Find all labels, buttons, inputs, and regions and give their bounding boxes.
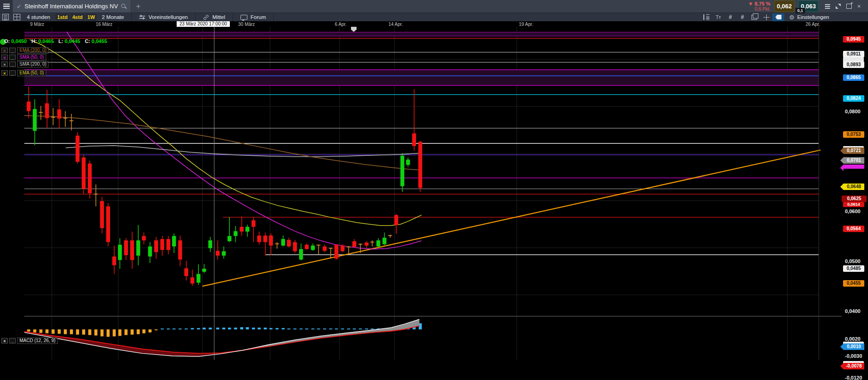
candle-body — [246, 227, 249, 232]
candle-body — [323, 246, 326, 251]
presets-button[interactable]: Voreinstellungen — [135, 14, 192, 20]
mittel-button[interactable]: Mittel — [198, 14, 229, 20]
chart-toolbar: 4 stunden 1std 4std 1W 2 Monate Voreinst… — [0, 12, 868, 21]
crosshair-tool-button[interactable] — [760, 13, 772, 21]
open-value: 0,0450 — [11, 38, 27, 44]
macd-histogram-bar — [148, 329, 152, 332]
indicator-minimize-button[interactable]: _ — [9, 61, 16, 67]
macd-histogram-bar — [252, 328, 255, 330]
macd-histogram-bar — [311, 329, 314, 330]
search-icon[interactable] — [121, 4, 127, 9]
candle-body — [178, 240, 182, 260]
high-label: H: — [31, 38, 37, 44]
average-icon — [203, 15, 209, 20]
instrument-tab[interactable]: ✓ Steinhoff International Holdings NV — [13, 0, 130, 12]
macd-histogram-bar — [154, 329, 158, 330]
popout-window-icon[interactable] — [846, 4, 852, 9]
scale-tool-button[interactable] — [700, 13, 712, 21]
indicator-minimize-button[interactable]: _ — [9, 48, 16, 53]
draw-grid-button[interactable]: # — [736, 13, 748, 21]
macd-histogram-bar — [353, 329, 356, 330]
settings-button[interactable]: ⚙ Einstellungen — [784, 14, 829, 21]
hamburger-menu-button[interactable] — [0, 0, 12, 12]
candle-body — [185, 268, 188, 276]
timeframe-4std-button[interactable]: 4std — [70, 13, 85, 21]
date-axis[interactable]: 9 März16 März30 März6 Apr.14 Apr.19 Apr.… — [0, 21, 868, 27]
range-button[interactable]: 2 Monate — [97, 14, 129, 20]
hamburger-icon — [3, 4, 10, 9]
macd-histogram-bar — [258, 328, 261, 330]
close-icon[interactable]: × — [857, 4, 861, 9]
change-percent: ▼ 8,75 % — [748, 1, 770, 6]
macd-histogram-bar — [216, 328, 219, 330]
macd-histogram-bar — [58, 329, 61, 333]
mittel-label: Mittel — [212, 14, 225, 20]
price-zone-band — [25, 70, 819, 86]
candle-body — [191, 277, 194, 283]
macd-histogram-bar — [142, 329, 146, 333]
timeframe-1std-button[interactable]: 1std — [55, 13, 70, 21]
candle-body — [299, 249, 303, 260]
indicator-close-button[interactable]: × — [1, 338, 8, 343]
indicator-minimize-button[interactable]: _ — [9, 55, 16, 60]
text-tool-button[interactable]: Tт — [712, 13, 724, 21]
candle-body — [215, 251, 219, 256]
macd-signal-line — [25, 319, 419, 356]
moving-average-line — [67, 32, 422, 249]
price-axis-label: 0,0614 — [843, 202, 864, 207]
macd-histogram-bar — [130, 329, 134, 334]
bid-price-button[interactable]: 0,062 — [774, 0, 794, 12]
macd-histogram-bar — [185, 329, 188, 330]
compress-window-icon[interactable] — [836, 4, 841, 9]
candle-body — [419, 142, 422, 188]
price-axis-label: 0,0824 — [843, 95, 864, 102]
macd-histogram-bar — [282, 328, 285, 330]
add-tab-button[interactable]: + — [130, 2, 146, 11]
indicator-row: ×_SMA (200, 0) — [1, 61, 49, 67]
macd-histogram-bar — [294, 329, 297, 330]
price-axis-label: 0,0010 — [843, 343, 864, 350]
price-tag-tool-button[interactable] — [772, 13, 784, 21]
indicator-close-button[interactable]: × — [1, 48, 8, 53]
timeframe-1w-button[interactable]: 1W — [86, 13, 97, 21]
macd-histogram-bar — [88, 329, 92, 335]
indicator-close-button[interactable]: × — [1, 61, 8, 67]
sliders-icon — [139, 15, 145, 19]
candle-body — [376, 240, 380, 246]
timeframe-button[interactable]: 4 stunden — [22, 14, 55, 20]
layout-button[interactable] — [11, 13, 22, 21]
indicator-close-button[interactable]: × — [1, 70, 8, 76]
candle-body — [208, 240, 212, 248]
window-controls: × — [825, 4, 861, 9]
macd-histogram-bar — [300, 329, 303, 330]
close-label: C: — [85, 38, 90, 44]
macd-histogram-bar — [82, 329, 86, 334]
indicator-minimize-button[interactable]: _ — [9, 70, 16, 76]
indicator-close-button[interactable]: × — [1, 55, 8, 60]
indicator-row: ×_SMA (50, 0) — [1, 55, 46, 60]
candle-body — [118, 245, 122, 260]
chart-area[interactable]: 9 März16 März30 März6 Apr.14 Apr.19 Apr.… — [0, 21, 868, 380]
duplicate-button[interactable] — [748, 13, 760, 21]
candle-body — [252, 220, 255, 227]
change-block: ▼ 8,75 % 0,6 Pkt. — [748, 1, 770, 12]
price-axis-label-partial — [843, 165, 864, 169]
candle-body — [148, 246, 152, 257]
price-axis[interactable]: 0,09450,09110,08930,08650,08240,08000,07… — [842, 21, 868, 380]
gear-icon: ⚙ — [789, 14, 794, 21]
macd-histogram-bar — [323, 329, 326, 330]
toolbar-separator — [233, 13, 233, 22]
indicator-row: ×_EMA (200, 0) — [1, 48, 49, 53]
forum-button[interactable]: Forum — [236, 14, 271, 20]
watchlist-button[interactable] — [0, 13, 11, 21]
indicator-minimize-button[interactable]: _ — [9, 338, 16, 343]
price-chart-canvas[interactable] — [0, 21, 868, 380]
date-axis-label: 26 Apr. — [806, 22, 820, 27]
grid-toggle-button[interactable]: # — [724, 13, 736, 21]
window-list-icon[interactable] — [825, 4, 830, 9]
candle-body — [257, 236, 261, 242]
candle-body — [311, 245, 314, 250]
macd-histogram-bar — [240, 327, 243, 330]
macd-histogram-bar — [335, 329, 338, 330]
indicator-label: SMA (200, 0) — [17, 61, 49, 67]
